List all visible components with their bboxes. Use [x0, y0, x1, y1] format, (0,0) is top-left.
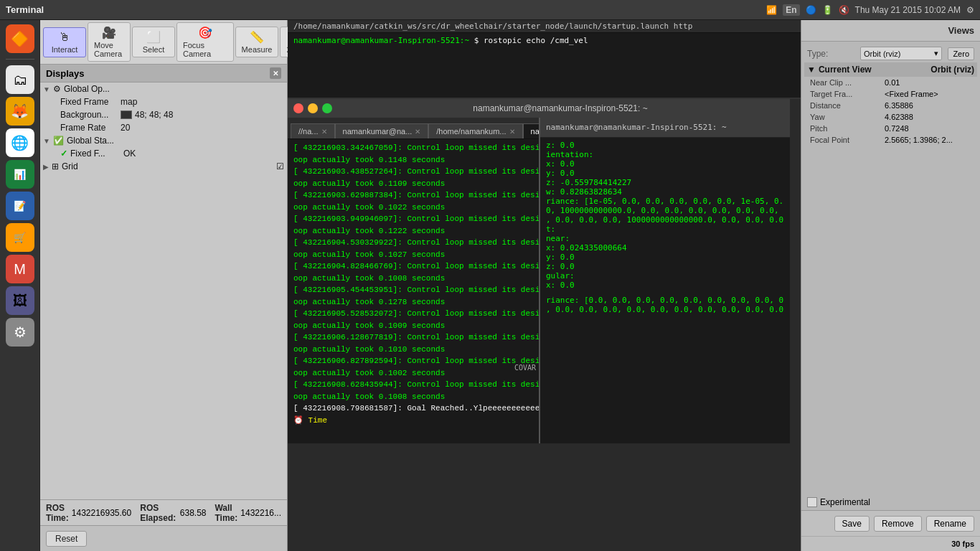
reset-button[interactable]: Reset: [46, 531, 87, 547]
global-status-item[interactable]: ▼ ✅ Global Sta...: [40, 134, 287, 147]
type-dropdown[interactable]: Orbit (rviz) ▾: [860, 47, 942, 60]
float-line: near:: [546, 234, 784, 243]
zero-button[interactable]: Zero: [948, 47, 974, 60]
status-bar: ROS Time: 1432216935.60 ROS Elapsed: 638…: [40, 499, 287, 525]
right-footer: Save Remove Rename: [801, 510, 980, 536]
float-line: ientation:: [546, 150, 784, 159]
rviz-panel: 🖱 Interact 🎥 Move Camera ⬜ Select 🎯 Focu…: [40, 20, 288, 551]
second-terminal-content[interactable]: z: 0.0 ientation: x: 0.0 y: 0.0 z: -0.55…: [540, 138, 790, 443]
experimental-checkbox[interactable]: [807, 497, 817, 507]
interact-button[interactable]: 🖱 Interact: [43, 27, 86, 57]
check-icon: ✓: [60, 149, 67, 159]
displays-header: Displays ✕: [40, 65, 287, 83]
views-content: Type: Orbit (rviz) ▾ Zero ▼ Current View…: [801, 42, 980, 494]
center-view: /home/namankumar/catkin_ws/src/dr_wheelc…: [288, 20, 801, 551]
dock-writer[interactable]: 📝: [6, 192, 34, 220]
current-view-section[interactable]: ▼ Current View Orbit (rviz): [804, 62, 977, 77]
displays-close-button[interactable]: ✕: [270, 67, 281, 79]
tab-2[interactable]: /home/namankum... ✕: [428, 123, 522, 138]
target-frame-row: Target Fra... <Fixed Frame>: [804, 88, 977, 100]
color-swatch: [121, 110, 132, 119]
expand-icon: ▼: [807, 65, 816, 75]
dock-files[interactable]: 🗂: [6, 65, 34, 94]
focus-camera-button[interactable]: 🎯 Focus Camera: [176, 22, 234, 62]
fps-bar: 30 fps: [801, 536, 980, 551]
covar-line-2: , 0.0, 0.0, 0.0, 0.0, 0.0, 0.0, 0.0, 0.0…: [546, 305, 784, 314]
float-title-bar: namankumar@namankumar-Inspiron-5521: ~: [288, 99, 790, 118]
dock-settings[interactable]: ⚙: [6, 318, 34, 347]
grid-icon: ⊞: [52, 161, 59, 171]
floating-terminal: namankumar@namankumar-Inspiron-5521: ~ /…: [288, 99, 790, 443]
main-layout: 🔶 🗂 🦊 🌐 📊 📝 🛒 M 🖼 ⚙ 🖱 Interact 🎥 Move Ca…: [0, 20, 980, 551]
fixed-f-item[interactable]: ✓ Fixed F... OK: [40, 147, 287, 160]
float-line: x: 0.0: [546, 159, 784, 169]
language-badge[interactable]: En: [783, 4, 799, 16]
float-line: x: 0.024335000664: [546, 243, 784, 253]
grid-checkbox[interactable]: ☑: [276, 161, 284, 171]
float-line: z: 0.0: [546, 262, 784, 271]
dock-image-viewer[interactable]: 🖼: [6, 286, 34, 315]
wifi-icon: 📶: [766, 5, 777, 15]
expand-arrow-2: ▼: [43, 137, 50, 145]
tab-close-0[interactable]: ✕: [321, 128, 327, 136]
pitch-row: Pitch 0.7248: [804, 123, 977, 134]
title-bar-title: Terminal: [6, 4, 44, 15]
expand-arrow: ▼: [43, 85, 50, 93]
reset-area: Reset: [40, 525, 287, 551]
global-options-item[interactable]: ▼ ⚙ Global Op...: [40, 83, 287, 95]
float-title-text: namankumar@namankumar-Inspiron-5521: ~: [336, 103, 784, 113]
wall-time: Wall Time: 1432216...: [215, 503, 281, 523]
win-close-button[interactable]: [293, 103, 303, 113]
interact-icon: 🖱: [59, 31, 70, 44]
settings-icon[interactable]: ⚙: [966, 5, 974, 15]
frame-rate-item[interactable]: Frame Rate 20: [40, 121, 287, 134]
rostopic-terminal[interactable]: namankumar@namankumar-Inspiron-5521:~ $ …: [288, 33, 801, 98]
move-camera-icon: 🎥: [102, 26, 116, 39]
float-line: x: 0.0: [546, 281, 784, 290]
tab-close-1[interactable]: ✕: [415, 128, 420, 136]
background-item[interactable]: Backgroun... 48; 48; 48: [40, 108, 287, 121]
float-line: y: 0.0: [546, 253, 784, 262]
views-header: Views: [801, 20, 980, 42]
float-line: gular:: [546, 271, 784, 281]
float-line: z: 0.0: [546, 141, 784, 150]
float-line: w: 0.82863828634: [546, 187, 784, 197]
remove-button[interactable]: Remove: [874, 516, 922, 532]
displays-panel: Displays ✕ ▼ ⚙ Global Op... Fixed Frame …: [40, 65, 287, 499]
fixed-frame-item[interactable]: Fixed Frame map: [40, 95, 287, 108]
dock-firefox[interactable]: 🦊: [6, 97, 34, 126]
second-terminal-title: namankumar@namankumar-Inspiron-5521: ~: [540, 118, 790, 138]
covar-label: COVAR: [514, 364, 536, 372]
rostopic-prompt: namankumar@namankumar-Inspiron-5521:~ $ …: [293, 36, 795, 45]
measure-button[interactable]: 📏 Measure: [235, 27, 278, 57]
near-clip-row: Near Clip ... 0.01: [804, 77, 977, 88]
grid-item[interactable]: ▶ ⊞ Grid ☑: [40, 160, 287, 173]
bluetooth-icon: 🔵: [806, 5, 816, 15]
dock-ubuntu[interactable]: 🔶: [6, 24, 34, 53]
right-panel: Views Type: Orbit (rviz) ▾ Zero ▼ Curren…: [801, 20, 980, 551]
3d-scene: namankumar@namankumar-Inspiron-5521: ~ /…: [288, 99, 801, 551]
tab-0[interactable]: //na... ✕: [291, 123, 335, 138]
second-terminal-pane: namankumar@namankumar-Inspiron-5521: ~ z…: [539, 118, 790, 443]
toolbar: 🖱 Interact 🎥 Move Camera ⬜ Select 🎯 Focu…: [40, 20, 287, 65]
dock-chrome[interactable]: 🌐: [6, 128, 34, 157]
float-line: riance: [1e-05, 0.0, 0.0, 0.0, 0.0, 0.0,…: [546, 197, 784, 206]
dock-spreadsheet[interactable]: 📊: [6, 160, 34, 189]
focus-icon: 🎯: [198, 26, 212, 39]
dock-amazon[interactable]: 🛒: [6, 223, 34, 252]
3d-viewport[interactable]: namankumar@namankumar-Inspiron-5521: ~ /…: [288, 99, 801, 551]
win-min-button[interactable]: [308, 103, 318, 113]
save-button[interactable]: Save: [834, 516, 870, 532]
dock-mail[interactable]: M: [6, 255, 34, 283]
volume-icon: 🔇: [839, 5, 849, 15]
tab-close-2[interactable]: ✕: [509, 128, 515, 136]
move-camera-button[interactable]: 🎥 Move Camera: [88, 22, 131, 62]
ros-time: ROS Time: 1432216935.60: [46, 503, 131, 523]
tab-1[interactable]: namankumar@na... ✕: [335, 123, 429, 138]
measure-icon: 📏: [250, 30, 264, 44]
ubuntu-dock: 🔶 🗂 🦊 🌐 📊 📝 🛒 M 🖼 ⚙: [0, 20, 40, 551]
select-button[interactable]: ⬜ Select: [132, 27, 175, 57]
rename-button[interactable]: Rename: [926, 516, 974, 532]
win-max-button[interactable]: [322, 103, 332, 113]
ros-elapsed: ROS Elapsed: 638.58: [140, 503, 206, 523]
